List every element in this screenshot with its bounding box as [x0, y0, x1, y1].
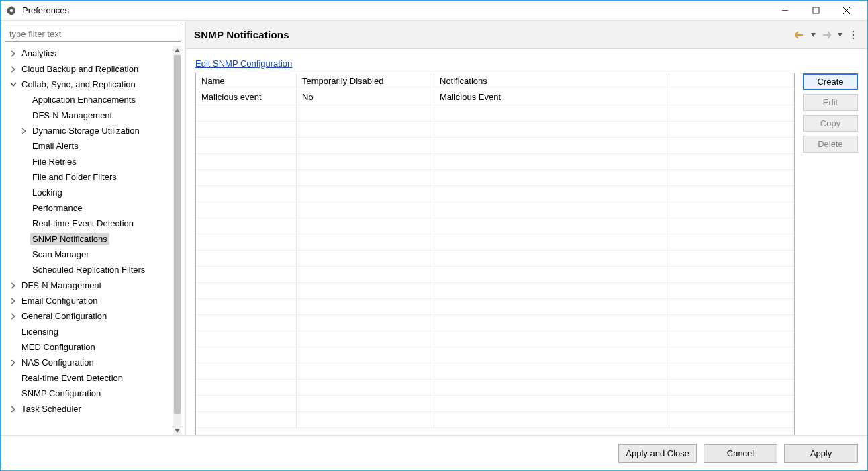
button-bar: Apply and Close Cancel Apply [1, 435, 867, 470]
tree-item-label: Cloud Backup and Replication [19, 63, 140, 75]
table-cell [196, 186, 297, 202]
col-disabled[interactable]: Temporarily Disabled [297, 73, 434, 89]
table-cell [434, 412, 669, 427]
tree-item[interactable]: Performance [5, 200, 173, 216]
chevron-right-icon[interactable] [19, 126, 29, 136]
table-cell [196, 234, 297, 250]
table-row-empty [196, 105, 794, 122]
tree-item[interactable]: Dynamic Storage Utilization [5, 123, 173, 138]
table-row-empty [196, 363, 794, 380]
table-row-empty [196, 138, 794, 154]
col-name[interactable]: Name [196, 73, 297, 89]
table-cell [669, 89, 794, 105]
scrollbar[interactable] [173, 46, 181, 435]
table-cell [297, 396, 434, 411]
chevron-right-icon[interactable] [9, 281, 18, 290]
forward-icon[interactable] [820, 29, 832, 41]
chevron-down-icon[interactable] [9, 80, 18, 89]
table-cell [669, 267, 794, 282]
table-row-empty [196, 267, 794, 283]
apply-and-close-button[interactable]: Apply and Close [618, 444, 697, 463]
table-row-empty [196, 299, 794, 315]
back-dropdown-icon[interactable] [807, 29, 819, 41]
close-button[interactable] [831, 1, 862, 21]
back-icon[interactable] [793, 29, 806, 41]
table-cell [434, 105, 669, 121]
copy-button[interactable]: Copy [803, 115, 858, 132]
table-cell [434, 186, 669, 202]
table-cell [669, 363, 794, 379]
titlebar: Preferences [1, 1, 867, 21]
tree-item[interactable]: Task Scheduler [5, 401, 173, 417]
delete-button[interactable]: Delete [803, 136, 858, 153]
chevron-right-icon[interactable] [9, 296, 18, 306]
svg-point-10 [853, 30, 854, 32]
table-cell [434, 299, 669, 314]
menu-icon[interactable] [847, 29, 859, 41]
forward-dropdown-icon[interactable] [834, 29, 846, 41]
tree-item[interactable]: NAS Configuration [5, 355, 173, 370]
tree-item[interactable]: Scan Manager [5, 247, 173, 262]
tree-item[interactable]: Licensing [5, 324, 173, 339]
tree-item[interactable]: Analytics [5, 46, 173, 61]
chevron-right-icon[interactable] [9, 49, 18, 58]
scroll-up-icon[interactable] [173, 46, 181, 55]
tree-item[interactable]: Application Enhancements [5, 92, 173, 108]
apply-button[interactable]: Apply [784, 444, 858, 463]
notifications-table[interactable]: Name Temporarily Disabled Notifications … [195, 73, 795, 435]
table-cell [669, 105, 794, 121]
tree-item[interactable]: DFS-N Management [5, 108, 173, 123]
table-cell [196, 122, 297, 137]
minimize-button[interactable] [769, 1, 800, 21]
scrollbar-thumb[interactable] [174, 55, 181, 414]
tree-item-label: Locking [30, 187, 64, 198]
col-extra[interactable] [669, 73, 794, 89]
chevron-right-icon[interactable] [9, 358, 18, 368]
tree-item[interactable]: DFS-N Management [5, 277, 173, 293]
tree-item[interactable]: File Retries [5, 154, 173, 169]
tree-item-label: Dynamic Storage Utilization [30, 125, 142, 136]
tree-item[interactable]: Scheduled Replication Filters [5, 262, 173, 277]
tree-item[interactable]: Email Alerts [5, 138, 173, 154]
tree-item[interactable]: SNMP Configuration [5, 386, 173, 401]
tree-item-label: Application Enhancements [30, 94, 138, 105]
tree-item[interactable]: Locking [5, 185, 173, 200]
table-cell [297, 363, 434, 379]
tree-item[interactable]: Real-time Event Detection [5, 216, 173, 231]
app-icon [6, 5, 17, 16]
edit-button[interactable]: Edit [803, 94, 858, 111]
table-cell [196, 154, 297, 169]
tree-item-label: General Configuration [19, 310, 109, 322]
table-row-empty [196, 154, 794, 170]
edit-config-link[interactable]: Edit SNMP Configuration [195, 58, 795, 69]
maximize-button[interactable] [800, 1, 831, 21]
twisty-empty [9, 374, 18, 383]
twisty-empty [9, 389, 18, 398]
chevron-right-icon[interactable] [9, 404, 18, 414]
scroll-down-icon[interactable] [173, 426, 181, 435]
table-cell [196, 202, 297, 218]
table-cell [196, 380, 297, 395]
tree-item[interactable]: Cloud Backup and Replication [5, 61, 173, 77]
tree-item[interactable]: SNMP Notifications [5, 231, 173, 247]
tree-item-label: File and Folder Filters [30, 171, 119, 183]
tree-item[interactable]: File and Folder Filters [5, 169, 173, 185]
table-cell [669, 315, 794, 331]
create-button[interactable]: Create [803, 73, 858, 90]
tree-item[interactable]: Real-time Event Detection [5, 370, 173, 386]
table-row[interactable]: Malicious eventNoMalicious Event [196, 89, 794, 105]
tree-item[interactable]: Collab, Sync, and Replication [5, 77, 173, 92]
chevron-right-icon[interactable] [9, 312, 18, 321]
col-notifications[interactable]: Notifications [434, 73, 669, 89]
tree-item-label: NAS Configuration [19, 357, 96, 368]
tree-item[interactable]: General Configuration [5, 308, 173, 324]
table-row-empty [196, 380, 794, 396]
table-cell [434, 218, 669, 234]
tree-item[interactable]: Email Configuration [5, 293, 173, 308]
chevron-right-icon[interactable] [9, 65, 18, 74]
cancel-button[interactable]: Cancel [704, 444, 777, 463]
filter-input[interactable] [5, 26, 181, 42]
tree-item[interactable]: MED Configuration [5, 339, 173, 355]
table-cell [434, 363, 669, 379]
sidebar: AnalyticsCloud Backup and ReplicationCol… [1, 21, 186, 435]
